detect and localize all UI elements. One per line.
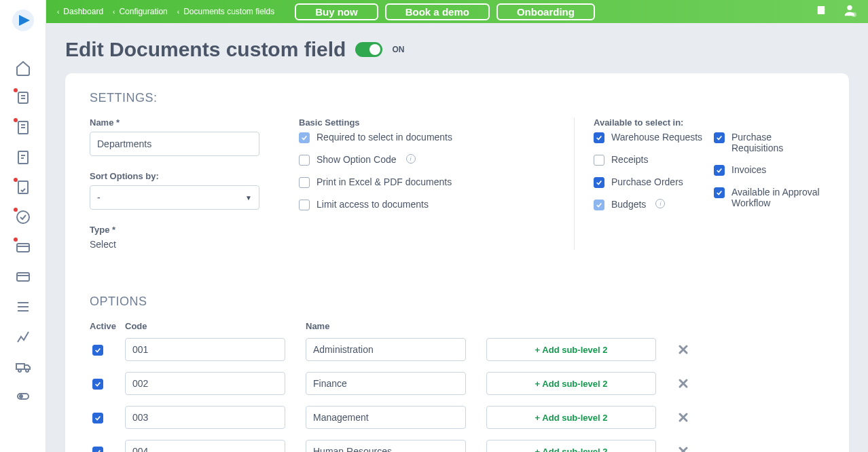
checkbox-label: Warehouse Requests: [611, 132, 702, 143]
svg-point-10: [26, 369, 29, 372]
breadcrumbs: ‹Dashboard ‹Configuration ‹Documents cus…: [57, 7, 274, 16]
basic-setting-row: Print in Excel & PDF documents: [299, 176, 547, 188]
add-sublevel-button[interactable]: + Add sub-level 2: [486, 372, 656, 395]
option-name-input[interactable]: [306, 406, 466, 429]
remove-option-icon[interactable]: [676, 445, 690, 452]
nav-doc2-icon[interactable]: [15, 149, 31, 166]
nav-receipt-icon[interactable]: [15, 179, 31, 195]
available-row: Budgetsi: [594, 199, 704, 210]
svg-point-15: [852, 12, 856, 17]
name-input[interactable]: [90, 132, 259, 156]
checkbox-label: Purchase Requisitions: [731, 132, 825, 153]
checkbox[interactable]: [594, 200, 604, 210]
checkbox[interactable]: [594, 132, 604, 143]
checkbox[interactable]: [92, 345, 103, 356]
options-title: OPTIONS: [90, 295, 825, 309]
add-sublevel-button[interactable]: + Add sub-level 2: [486, 406, 656, 429]
checkbox-label: Required to select in documents: [317, 132, 452, 143]
option-code-input[interactable]: [125, 338, 285, 361]
active-toggle[interactable]: [355, 42, 382, 57]
breadcrumb-configuration[interactable]: ‹Configuration: [113, 7, 168, 16]
svg-point-5: [17, 211, 29, 223]
option-code-input[interactable]: [125, 440, 285, 452]
help-icon[interactable]: [815, 4, 827, 19]
user-menu-icon[interactable]: [842, 3, 857, 20]
content-area: Edit Documents custom field ON SETTINGS:…: [46, 23, 868, 452]
checkbox[interactable]: [299, 200, 310, 210]
basic-setting-row: Show Option Codei: [299, 154, 547, 166]
checkbox[interactable]: [594, 155, 604, 166]
nav-shipping-icon[interactable]: [15, 358, 31, 375]
settings-title: SETTINGS:: [90, 91, 825, 105]
info-icon[interactable]: i: [655, 199, 665, 208]
option-row: + Add sub-level 2: [90, 440, 825, 452]
basic-setting-row: Required to select in documents: [299, 132, 547, 143]
nav-doc1-icon[interactable]: [15, 119, 31, 136]
available-row: Receipts: [594, 154, 704, 166]
remove-option-icon[interactable]: [676, 343, 690, 356]
topbar: ‹Dashboard ‹Configuration ‹Documents cus…: [46, 0, 868, 23]
option-code-input[interactable]: [125, 406, 285, 429]
buy-now-button[interactable]: Buy now: [295, 3, 378, 20]
option-name-input[interactable]: [306, 372, 466, 395]
checkbox-label: Available in Approval Workflow: [731, 187, 825, 208]
checkbox[interactable]: [299, 155, 310, 166]
option-code-input[interactable]: [125, 372, 285, 395]
option-row: + Add sub-level 2: [90, 338, 825, 361]
book-demo-button[interactable]: Book a demo: [385, 3, 490, 20]
available-row: Invoices: [714, 164, 825, 176]
checkbox[interactable]: [714, 132, 725, 143]
basic-settings-label: Basic Settings: [299, 117, 547, 128]
available-row: Purchase Orders: [594, 176, 704, 188]
svg-point-12: [20, 395, 22, 398]
type-label: Type *: [90, 225, 280, 235]
nav-card-icon[interactable]: [15, 269, 31, 285]
checkbox-label: Show Option Code: [317, 154, 397, 165]
checkbox[interactable]: [92, 413, 103, 423]
type-value: Select: [90, 239, 280, 250]
app-logo[interactable]: [11, 8, 35, 33]
sort-select[interactable]: - ▼: [90, 185, 259, 210]
nav-wallet-icon[interactable]: [15, 239, 31, 255]
add-sublevel-button[interactable]: + Add sub-level 2: [486, 338, 656, 361]
remove-option-icon[interactable]: [676, 411, 690, 424]
checkbox[interactable]: [299, 177, 310, 188]
svg-rect-8: [16, 364, 24, 369]
checkbox-label: Budgets: [611, 199, 646, 210]
checkbox[interactable]: [92, 447, 103, 453]
available-row: Available in Approval Workflow: [714, 187, 825, 208]
nav-reports-icon[interactable]: [15, 328, 31, 345]
nav-home-icon[interactable]: [15, 60, 31, 76]
available-label: Available to select in:: [594, 117, 825, 128]
breadcrumb-dashboard[interactable]: ‹Dashboard: [57, 7, 103, 16]
nav-settings-icon[interactable]: [15, 388, 31, 404]
nav-list-icon[interactable]: [15, 299, 31, 315]
option-row: + Add sub-level 2: [90, 372, 825, 395]
onboarding-button[interactable]: Onboarding: [496, 3, 595, 20]
svg-rect-7: [17, 273, 29, 281]
add-sublevel-button[interactable]: + Add sub-level 2: [486, 440, 656, 452]
nav-approve-icon[interactable]: [15, 209, 31, 225]
checkbox-label: Receipts: [611, 154, 648, 165]
name-label: Name *: [90, 117, 280, 128]
nav-requests-icon[interactable]: [15, 90, 31, 106]
checkbox-label: Purchase Orders: [611, 176, 683, 187]
checkbox-label: Print in Excel & PDF documents: [317, 176, 452, 187]
option-name-input[interactable]: [306, 338, 466, 361]
checkbox[interactable]: [92, 379, 103, 390]
checkbox[interactable]: [594, 177, 604, 188]
info-icon[interactable]: i: [406, 154, 416, 164]
option-name-input[interactable]: [306, 440, 466, 452]
remove-option-icon[interactable]: [676, 377, 690, 390]
checkbox[interactable]: [299, 132, 310, 143]
sidebar: [0, 0, 46, 452]
checkbox[interactable]: [714, 187, 725, 198]
basic-setting-row: Limit access to documents: [299, 199, 547, 210]
available-row: Warehouse Requests: [594, 132, 704, 143]
settings-card: SETTINGS: Name * Sort Options by: - ▼ Ty…: [65, 73, 849, 452]
checkbox-label: Limit access to documents: [317, 199, 429, 210]
breadcrumb-documents-custom-fields[interactable]: ‹Documents custom fields: [177, 7, 274, 16]
col-header-active: Active: [90, 321, 125, 331]
svg-rect-6: [17, 244, 29, 252]
checkbox[interactable]: [714, 165, 725, 176]
